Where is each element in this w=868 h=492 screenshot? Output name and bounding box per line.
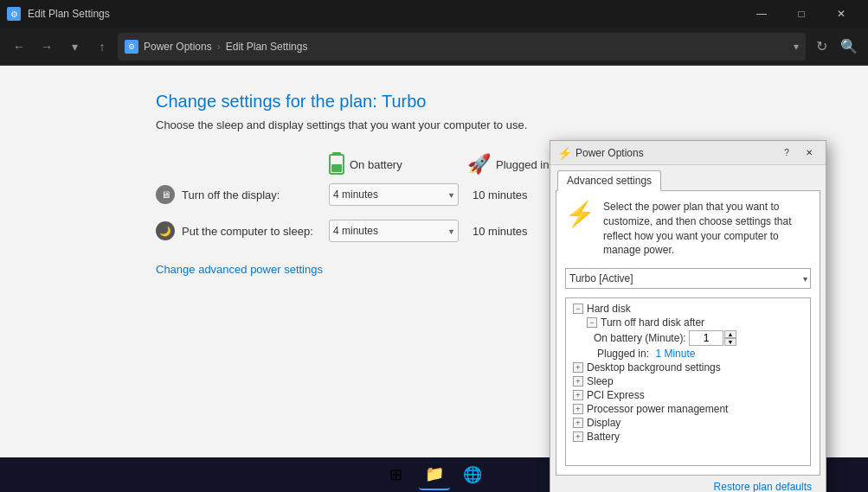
sleep-pluggedin-value: 10 minutes (473, 225, 542, 238)
svg-rect-2 (331, 164, 342, 172)
display-label: 🖥 Turn off the display: (156, 185, 329, 204)
onbattery-spin-up[interactable]: ▲ (724, 330, 736, 338)
close-button[interactable]: ✕ (821, 0, 861, 28)
plan-dropdown[interactable]: Turbo [Active] Balanced Power saver (565, 268, 811, 289)
up-button[interactable]: ↑ (90, 35, 114, 59)
tree-item-processor[interactable]: + Processor power management (569, 402, 807, 416)
maximize-button[interactable]: □ (781, 0, 821, 28)
advanced-settings-tab[interactable]: Advanced settings (557, 170, 661, 191)
page-subtitle: Choose the sleep and display settings th… (156, 118, 833, 131)
desktop-label: Desktop background settings (587, 361, 721, 374)
sleep-label-text: Put the computer to sleep: (182, 225, 313, 238)
tree-onbattery-row: On battery (Minute): ▲ ▼ (569, 329, 807, 347)
forward-button[interactable]: → (35, 35, 59, 59)
display-label-text: Turn off the display: (182, 188, 280, 201)
minimize-button[interactable]: — (742, 0, 781, 28)
search-button[interactable]: 🔍 (837, 35, 861, 59)
tree-item-turnoff[interactable]: − Turn off hard disk after (569, 316, 807, 329)
turnoff-expander[interactable]: − (587, 317, 597, 328)
battery-icon (329, 152, 344, 176)
plan-dropdown-wrapper: Turbo [Active] Balanced Power saver ▾ (565, 268, 811, 289)
title-bar: ⚙ Edit Plan Settings — □ ✕ (0, 0, 868, 28)
nav-bar: ← → ▾ ↑ ⚙ Power Options › Edit Plan Sett… (0, 28, 868, 66)
dialog-footer: Restore plan defaults (550, 481, 826, 492)
breadcrumb-current: Edit Plan Settings (226, 41, 308, 53)
pluggedin-value: 1 Minute (655, 348, 695, 360)
display-battery-select-wrapper: 4 minutes 1 minute 2 minutes 5 minutes 1… (329, 183, 459, 206)
address-bar[interactable]: ⚙ Power Options › Edit Plan Settings ▾ (118, 33, 806, 61)
window-controls: — □ ✕ (742, 0, 861, 28)
sleep-tree-label: Sleep (587, 375, 614, 387)
sleep-expander[interactable]: + (573, 376, 583, 387)
dialog-help-button[interactable]: ? (777, 145, 796, 161)
tree-item-harddisk[interactable]: − Hard disk (569, 302, 807, 316)
tree-item-display[interactable]: + Display (569, 416, 807, 430)
display-tree-expander[interactable]: + (573, 418, 583, 428)
sleep-label: 🌙 Put the computer to sleep: (156, 221, 329, 240)
processor-label: Processor power management (587, 403, 728, 415)
browser-taskbar[interactable]: 🌐 (457, 459, 488, 490)
onbattery-minute-input[interactable] (689, 330, 723, 346)
dialog-tab-bar: Advanced settings (550, 165, 826, 190)
address-icon: ⚙ (125, 40, 138, 54)
page-title: Change settings for the plan: Turbo (156, 92, 833, 112)
battery-label: Battery (587, 431, 620, 443)
rocket-icon: 🚀 (467, 153, 491, 176)
tree-pluggedin-row: Plugged in: 1 Minute (569, 347, 807, 361)
tree-item-sleep[interactable]: + Sleep (569, 374, 807, 388)
dialog-desc-text: Select the power plan that you want to c… (603, 200, 811, 258)
tree-item-pci[interactable]: + PCI Express (569, 388, 807, 402)
dialog-titlebar: ⚡ Power Options ? ✕ (550, 141, 826, 165)
processor-expander[interactable]: + (573, 404, 583, 414)
tree-item-battery[interactable]: + Battery (569, 430, 807, 444)
dialog-title: Power Options (575, 147, 774, 159)
app-title: Edit Plan Settings (28, 8, 735, 20)
back-button[interactable]: ← (7, 35, 31, 59)
dialog-body: ⚡ Select the power plan that you want to… (556, 190, 820, 476)
file-explorer-taskbar[interactable]: 📁 (419, 459, 450, 490)
tree-item-desktop[interactable]: + Desktop background settings (569, 361, 807, 374)
display-tree-label: Display (587, 417, 620, 429)
app-icon: ⚙ (7, 7, 21, 21)
display-pluggedin-value: 10 minutes (473, 188, 542, 201)
pci-expander[interactable]: + (573, 390, 583, 400)
onbattery-spinbox-buttons: ▲ ▼ (724, 330, 736, 346)
display-battery-select[interactable]: 4 minutes 1 minute 2 minutes 5 minutes 1… (329, 183, 459, 206)
breadcrumb-separator: › (217, 41, 221, 53)
sleep-icon: 🌙 (156, 221, 175, 240)
settings-tree: − Hard disk − Turn off hard disk after O… (565, 297, 811, 466)
pci-label: PCI Express (587, 389, 645, 401)
display-icon: 🖥 (156, 185, 175, 204)
desktop-expander[interactable]: + (573, 362, 583, 373)
sleep-battery-select-wrapper: 4 minutes 1 minute 2 minutes 5 minutes 1… (329, 220, 459, 242)
power-options-dialog: ⚡ Power Options ? ✕ Advanced settings ⚡ … (550, 140, 826, 492)
recent-button[interactable]: ▾ (62, 35, 87, 59)
address-chevron-icon: ▾ (794, 41, 799, 53)
turnoff-label: Turn off hard disk after (601, 316, 704, 329)
dialog-close-button[interactable]: ✕ (800, 145, 819, 161)
on-battery-header: On battery (329, 152, 467, 176)
breadcrumb: Power Options (144, 41, 212, 53)
plugged-in-label: Plugged in (496, 158, 549, 171)
dialog-description: ⚡ Select the power plan that you want to… (565, 200, 811, 258)
onbattery-minute-label: On battery (Minute): (594, 332, 689, 344)
start-button[interactable]: ⊞ (381, 459, 412, 490)
pluggedin-label: Plugged in: (597, 348, 652, 360)
dialog-title-icon: ⚡ (557, 146, 572, 160)
advanced-power-link[interactable]: Change advanced power settings (156, 263, 323, 276)
restore-defaults-link[interactable]: Restore plan defaults (557, 481, 819, 492)
sleep-battery-select[interactable]: 4 minutes 1 minute 2 minutes 5 minutes 1… (329, 220, 459, 242)
dialog-desc-icon: ⚡ (565, 200, 596, 258)
harddisk-expander[interactable]: − (573, 304, 583, 314)
harddisk-label: Hard disk (587, 303, 631, 315)
refresh-button[interactable]: ↻ (809, 35, 833, 59)
on-battery-label: On battery (350, 158, 402, 171)
onbattery-spin-down[interactable]: ▼ (724, 338, 736, 346)
battery-expander[interactable]: + (573, 431, 583, 442)
